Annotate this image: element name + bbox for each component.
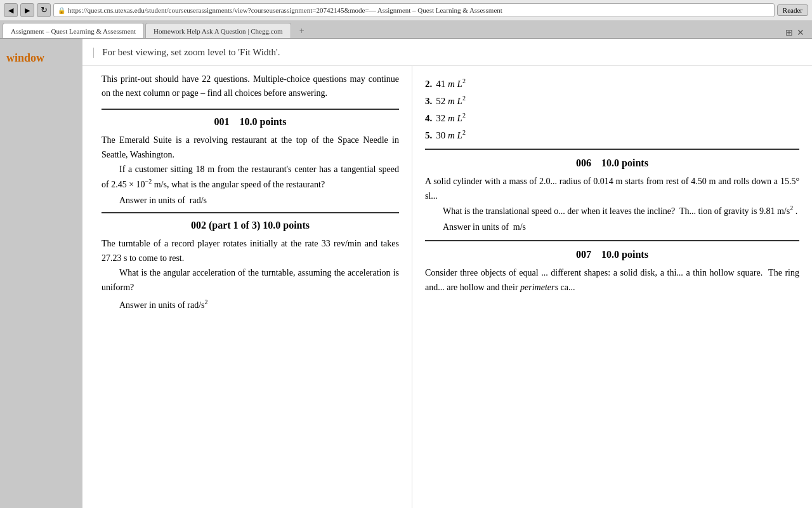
q001-answer: Answer in units of rad/s [102,196,399,206]
main-area: window | For best viewing, set zoom leve… [0,39,812,508]
lock-icon: 🔒 [58,7,65,14]
q007-body: Consider three objects of equal ... diff… [425,268,799,292]
document-content: This print-out should have 22 questions.… [82,66,812,508]
tab-assignment[interactable]: Assignment – Quest Learning & Assessment [3,23,144,38]
sidebar: window [0,39,82,508]
right-item-5: 5. 30 m L2 [425,129,799,141]
right-divider-1 [425,149,799,150]
q002-body: The turntable of a record player rotates… [102,239,399,263]
right-items-list: 2. 41 m L2 3. 52 m L2 4. 32 m L2 5. 30 m… [425,77,799,141]
pipe-separator: | [93,46,95,58]
right-item-3: 3. 52 m L2 [425,95,799,107]
reader-button[interactable]: Reader [777,4,808,16]
divider-1 [102,109,399,110]
back-button[interactable]: ◀ [4,3,18,17]
right-item-2: 2. 41 m L2 [425,77,799,90]
q006-header: 006 10.0 points [425,157,799,169]
question-001-text: The Emerald Suite is a revolving restaur… [102,133,399,192]
tab-label-1: Assignment – Quest Learning & Assessment [11,27,136,35]
top-bar: | For best viewing, set zoom level to 'F… [82,39,812,66]
url-text: https://quest.cns.utexas.edu/student/cou… [68,6,502,14]
window-label: window [0,39,82,65]
tab-label-2: Homework Help Ask A Question | Chegg.com [154,27,283,35]
question-002-header: 002 (part 1 of 3) 10.0 points [102,220,399,231]
right-divider-2 [425,240,799,241]
question-001-header: 001 10.0 points [102,116,399,128]
forward-button[interactable]: ▶ [20,3,34,17]
q006-sub: What is the translational speed o... der… [425,203,799,218]
question-002-text: The turntable of a record player rotates… [102,236,399,295]
q006-text: A solid cylinder with a mass of 2.0... r… [425,174,799,218]
refresh-button[interactable]: ↻ [37,3,51,17]
q006-body: A solid cylinder with a mass of 2.0... r… [425,177,799,201]
nav-bar: ◀ ▶ ↻ 🔒 https://quest.cns.utexas.edu/stu… [0,0,812,20]
q001-sub: If a customer sitting 18 m from the rest… [102,162,399,192]
q007-text: Consider three objects of equal ... diff… [425,265,799,295]
q001-body: The Emerald Suite is a revolving restaur… [102,135,399,159]
right-item-4: 4. 32 m L2 [425,112,799,124]
q002-answer: Answer in units of rad/s2 [102,298,399,311]
address-bar[interactable]: 🔒 https://quest.cns.utexas.edu/student/c… [53,3,775,17]
new-tab-button[interactable]: + [295,24,309,38]
q006-answer: Answer in units of m/s [425,222,799,232]
tabs-bar: Assignment – Quest Learning & Assessment… [0,20,812,38]
divider-2 [102,212,399,213]
q007-header: 007 10.0 points [425,249,799,260]
browser-chrome: ◀ ▶ ↻ 🔒 https://quest.cns.utexas.edu/stu… [0,0,812,39]
right-column: 2. 41 m L2 3. 52 m L2 4. 32 m L2 5. 30 m… [412,66,812,508]
zoom-instruction: For best viewing, set zoom level to 'Fit… [102,47,280,58]
content-area: | For best viewing, set zoom level to 'F… [82,39,812,508]
q002-sub: What is the angular acceleration of the … [102,265,399,295]
tab-action-2[interactable]: ✕ [797,27,804,38]
left-column: This print-out should have 22 questions.… [82,66,412,508]
tab-action-1[interactable]: ⊞ [785,27,793,38]
tab-chegg[interactable]: Homework Help Ask A Question | Chegg.com [145,23,291,38]
intro-paragraph: This print-out should have 22 questions.… [102,72,399,101]
